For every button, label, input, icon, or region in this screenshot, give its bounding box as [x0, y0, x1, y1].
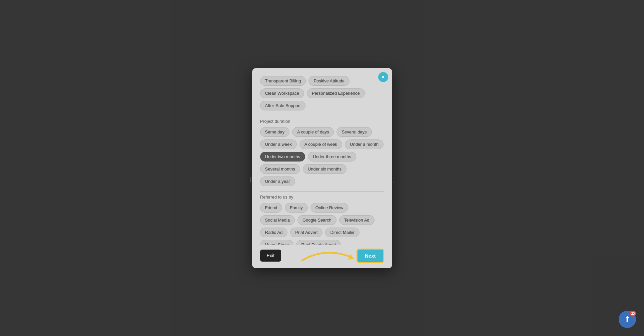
duration-tags-row: Same dayA couple of daysSeveral daysUnde… — [260, 127, 384, 186]
modal-dialog: × Transparent BillingPositive AttitudeCl… — [252, 68, 392, 268]
svg-marker-0 — [348, 254, 354, 260]
top-tag[interactable]: Positive Attitude — [308, 76, 350, 86]
chat-badge-icon: ⬆ — [624, 315, 630, 324]
section-label-referred: Referred to us by — [260, 195, 384, 200]
referred-tag[interactable]: Print Advert — [290, 228, 323, 237]
referred-tag[interactable]: Social Media — [260, 215, 295, 225]
referred-tag[interactable]: Direct Mailer — [325, 228, 360, 237]
referred-tag[interactable]: Friend — [260, 203, 282, 213]
referred-tag[interactable]: Home Show — [260, 240, 294, 245]
top-tags-row: Transparent BillingPositive AttitudeClea… — [260, 76, 384, 110]
referred-tag[interactable]: Online Review — [310, 203, 349, 213]
modal-scroll-area[interactable]: Transparent BillingPositive AttitudeClea… — [252, 68, 392, 245]
referred-tag[interactable]: Television Ad — [339, 215, 375, 225]
top-tag[interactable]: After-Sale Support — [260, 101, 306, 110]
referred-tags-row: FriendFamilyOnline ReviewSocial MediaGoo… — [260, 203, 384, 245]
duration-tag[interactable]: A couple of week — [299, 139, 342, 149]
next-button[interactable]: Next — [357, 249, 384, 263]
section-divider-duration — [260, 116, 384, 116]
referred-tag[interactable]: Radio Ad — [260, 228, 288, 237]
duration-tag[interactable]: Same day — [260, 127, 290, 137]
section-label-duration: Project duration — [260, 119, 384, 124]
chat-badge-count: 32 — [630, 311, 636, 317]
duration-tag[interactable]: Under a week — [260, 139, 297, 149]
duration-tag[interactable]: Under three months — [308, 152, 356, 161]
top-tag[interactable]: Personalized Experience — [307, 88, 365, 98]
duration-tag[interactable]: Under six months — [303, 164, 347, 174]
duration-tag[interactable]: Under two months — [260, 152, 305, 161]
duration-tag[interactable]: Under a month — [345, 139, 384, 149]
duration-tag[interactable]: Several days — [337, 127, 372, 137]
top-tag[interactable]: Clean Workspace — [260, 88, 304, 98]
close-icon: × — [382, 74, 384, 80]
section-divider-referred — [260, 192, 384, 192]
top-tag[interactable]: Transparent Billing — [260, 76, 306, 86]
duration-tag[interactable]: A couple of days — [292, 127, 334, 137]
referred-tag[interactable]: Google Search — [297, 215, 337, 225]
exit-button[interactable]: Exit — [260, 250, 281, 262]
close-button[interactable]: × — [378, 72, 388, 82]
modal-footer: Exit Next — [252, 245, 392, 268]
duration-tag[interactable]: Several months — [260, 164, 300, 174]
chat-badge[interactable]: ⬆ 32 — [619, 311, 636, 328]
arrow-annotation — [299, 244, 359, 264]
referred-tag[interactable]: Family — [285, 203, 307, 213]
referred-tag[interactable]: Real Estate Agent — [296, 240, 341, 245]
modal-overlay: × Transparent BillingPositive AttitudeCl… — [0, 0, 644, 336]
duration-tag[interactable]: Under a year — [260, 177, 295, 186]
